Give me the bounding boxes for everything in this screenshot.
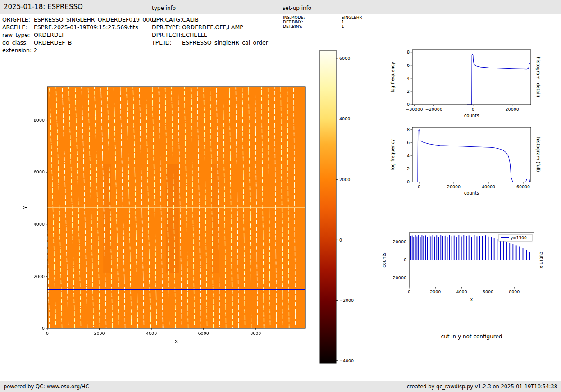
svg-text:0: 0 [42,326,45,331]
svg-text:histogram (full): histogram (full) [536,137,541,172]
svg-text:8: 8 [407,127,410,132]
svg-text:log frequency: log frequency [390,139,395,170]
footer-powered-by: powered by QC: www.eso.org/HC [4,383,89,390]
cut-in-x-plot: 02000400060008000−20000020000Xcountscut … [380,227,543,310]
info-label: DET.BINY: [283,24,342,29]
svg-text:8000: 8000 [509,289,520,294]
colorbar: 6000400020000−2000−4000 [315,47,365,369]
info-row-dprtech: DPR.TECH:ECHELLE [152,31,268,39]
svg-text:2000: 2000 [339,177,350,182]
svg-text:Y: Y [23,206,28,210]
svg-text:2: 2 [407,166,410,171]
info-row-arcfile: ARCFILE:ESPRE.2025-01-19T09:15:27.569.fi… [2,23,157,31]
info-label: DPR.CATG: [152,16,182,23]
histogram-detail-plot: −30000−2000002000002468countslog frequen… [385,44,543,128]
info-row-doclass: do_class:ORDERDEF_B [2,39,157,46]
header-bar [0,0,561,14]
svg-text:20000: 20000 [447,184,461,189]
svg-text:X: X [175,339,178,344]
info-label: DPR.TYPE: [152,23,182,31]
setup-info-column: INS.MODE:SINGLEHR DET.BINX:1 DET.BINY:1 [283,15,362,29]
setup-info-heading: set-up info [283,5,311,11]
info-row-insmode: INS.MODE:SINGLEHR [283,15,362,20]
info-value: CALIB [182,16,199,23]
info-row-detbinx: DET.BINX:1 [283,20,362,24]
info-row-tplid: TPL.ID:ESPRESSO_singleHR_cal_order [152,39,268,46]
svg-text:counts: counts [382,252,387,267]
footer-created-by: created by qc_rawdisp.py v1.2.3 on 2025-… [407,383,557,390]
info-value: ESPRESSO_SINGLEHR_ORDERDEF019_0002 [34,16,157,23]
info-value: ORDERDEF [34,31,65,39]
raw-frame-axes: 0200040006000800002000400060008000XY [18,81,315,351]
svg-text:−4000: −4000 [339,358,354,363]
info-value: ECHELLE [182,31,207,39]
svg-text:6000: 6000 [34,169,45,174]
info-value: 1 [342,20,344,24]
svg-text:−20000: −20000 [425,107,442,112]
svg-text:6000: 6000 [483,289,493,294]
info-label: ARCFILE: [2,23,34,31]
info-value: ORDERDEF,OFF,LAMP [182,23,243,31]
svg-text:counts: counts [464,191,479,196]
svg-text:y=1500: y=1500 [511,236,527,240]
svg-text:−2000: −2000 [339,298,354,303]
info-value: ESPRE.2025-01-19T09:15:27.569.fits [34,23,138,31]
info-label: DET.BINX: [283,20,342,24]
info-row-dprcatg: DPR.CATG:CALIB [152,16,268,23]
svg-text:0: 0 [407,179,410,184]
svg-text:20000: 20000 [506,107,519,112]
svg-text:8000: 8000 [34,118,45,123]
info-row-dprtype: DPR.TYPE:ORDERDEF,OFF,LAMP [152,23,268,31]
svg-text:8: 8 [407,50,410,55]
svg-text:0: 0 [407,102,410,107]
svg-text:log frequency: log frequency [390,62,395,93]
cut-in-x-axes: 02000400060008000−20000020000Xcountscut … [380,227,543,310]
svg-text:4: 4 [407,76,410,81]
type-info-column: DPR.CATG:CALIB DPR.TYPE:ORDERDEF,OFF,LAM… [152,16,268,46]
colorbar-axes: 6000400020000−2000−4000 [315,47,365,369]
svg-text:6: 6 [407,63,410,68]
svg-text:2: 2 [407,89,410,94]
svg-text:2000: 2000 [94,331,105,336]
histogram-full-plot: 020000400006000002468countslog frequency… [385,122,543,205]
svg-text:cut in x: cut in x [539,251,543,268]
info-value: 2 [34,46,37,54]
svg-text:2000: 2000 [430,289,441,294]
svg-text:counts: counts [464,113,479,118]
info-label: DPR.TECH: [152,31,182,39]
svg-text:histogram (detail): histogram (detail) [536,57,541,97]
svg-text:0: 0 [404,257,406,262]
file-info-column: ORIGFILE:ESPRESSO_SINGLEHR_ORDERDEF019_0… [2,16,157,54]
info-label: extension: [2,46,34,54]
info-value: SINGLEHR [342,15,362,20]
svg-text:6: 6 [407,140,410,145]
svg-text:−30000: −30000 [406,107,423,112]
svg-text:0: 0 [418,184,420,189]
type-info-heading: type info [152,5,176,11]
svg-text:2000: 2000 [34,274,45,279]
svg-text:0: 0 [472,107,474,112]
svg-text:−20000: −20000 [389,275,406,280]
info-label: raw_type: [2,31,34,39]
svg-text:0: 0 [46,331,49,336]
svg-text:8000: 8000 [250,331,261,336]
info-row-detbiny: DET.BINY:1 [283,24,362,29]
svg-text:60000: 60000 [516,184,530,189]
svg-text:4000: 4000 [34,222,45,227]
info-label: do_class: [2,39,34,46]
info-label: INS.MODE: [283,15,342,20]
info-value: ESPRESSO_singleHR_cal_order [182,39,268,46]
svg-text:6000: 6000 [339,56,350,61]
svg-text:4000: 4000 [456,289,467,294]
info-value: 1 [342,24,344,29]
svg-text:4000: 4000 [146,331,157,336]
info-row-rawtype: raw_type:ORDERDEF [2,31,157,39]
info-label: ORIGFILE: [2,16,34,23]
info-value: ORDERDEF_B [34,39,72,46]
info-row-extension: extension:2 [2,46,157,54]
svg-text:0: 0 [408,289,410,294]
info-row-origfile: ORIGFILE:ESPRESSO_SINGLEHR_ORDERDEF019_0… [2,16,157,23]
histogram-full-axes: 020000400006000002468countslog frequency… [385,122,543,205]
svg-text:4000: 4000 [339,116,350,121]
page-title: 2025-01-18: ESPRESSO [4,3,83,11]
